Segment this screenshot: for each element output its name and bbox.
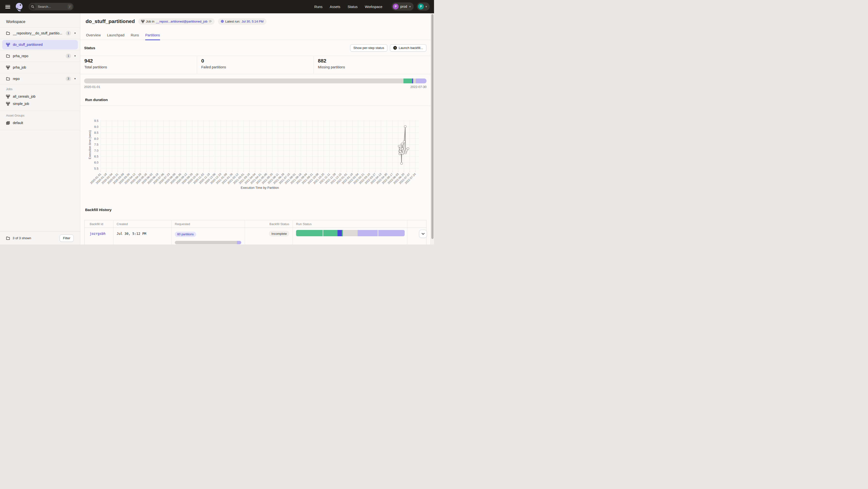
col-backfill-status: Backfill Status [245,220,293,228]
tab-launchpad[interactable]: Launchpad [107,30,124,40]
chart-gridlines [101,120,419,172]
job-origin-prefix: Job in [146,20,154,23]
repo-label: repo [13,77,66,81]
tab-runs[interactable]: Runs [131,30,139,40]
deployment-switcher[interactable]: P prod ▼ [392,2,414,11]
sidebar-job-all-cereals-job[interactable]: all_cereals_job [0,93,80,100]
run-status-segment [323,230,338,236]
chart-data-point[interactable] [398,145,400,147]
run-status-bar[interactable] [296,230,405,236]
row-expand-button[interactable] [419,230,427,238]
jobs-group-label: Jobs [6,88,80,91]
chart-y-axis-title: Execution time (secs) [88,130,92,159]
stat-label: Total partitions [84,65,197,69]
dagster-app: Search... / Runs Assets Status Workspace… [0,0,434,244]
chart-line [399,127,408,163]
asset-groups-label: Asset Groups [6,114,80,117]
topnav-links: Runs Assets Status Workspace [314,0,382,13]
nav-assets[interactable]: Assets [330,5,340,9]
latest-run-link[interactable]: Jul 30, 5:14 PM [242,20,264,23]
asset-group-icon [6,121,10,125]
sidebar-job-prha-job[interactable]: prha_job [0,62,80,73]
chart-data-point[interactable] [407,148,409,150]
caret-down-icon[interactable]: ▼ [74,77,76,80]
dagster-logo-icon[interactable] [14,2,24,11]
chevron-down-icon: ▼ [425,5,428,8]
backfill-status-badge: Incomplete [269,231,289,236]
deployment-label: prod [400,5,407,8]
scrollbar-thumb[interactable] [431,14,434,239]
repo-count-badge: 1 [66,54,71,58]
backfill-created-cell: Jul 30, 5:12 PM [113,228,172,244]
sidebar-asset-groups: Asset Groups default [0,111,80,130]
partition-range-labels: 2020-01-01 2022-07-30 [84,85,427,89]
backfill-status-cell: Incomplete [245,228,293,244]
backfill-history-table: Backfill Id Created Requested Backfill S… [84,220,427,244]
hamburger-menu-icon[interactable] [5,5,10,8]
user-menu[interactable]: P ▼ [417,2,430,11]
sidebar-repo-prha-repo[interactable]: prha_repo 1 ▼ [0,50,80,62]
sidebar-jobs-group: Jobs all_cereals_job simple_job [0,84,80,111]
run-status-segment [338,230,342,236]
run-duration-chart[interactable]: 5.56.06.57.07.58.08.59.09.5Execution tim… [80,106,434,203]
nav-workspace[interactable]: Workspace [365,5,382,9]
sidebar-repo-repository-do-stuff[interactable]: __repository__do_stuff_partitio... 1 ▼ [0,27,80,39]
run-status-cell [293,228,407,244]
nav-runs[interactable]: Runs [314,5,322,9]
partition-range-start: 2020-01-01 [84,85,100,89]
run-status-segment [378,230,405,236]
sidebar-job-do-stuff-partitioned[interactable]: do_stuff_partitioned [2,40,78,50]
status-title: Status [84,46,95,50]
stat-missing-partitions: 882 Missing partitions [313,56,434,74]
svg-text:6.0: 6.0 [94,161,98,164]
chart-data-point[interactable] [404,126,406,128]
global-search-input[interactable]: Search... / [29,3,73,10]
job-origin-badge: Job in __reposi...artitioned@partitioned… [138,18,215,25]
folder-icon [6,54,10,58]
top-navbar: Search... / Runs Assets Status Workspace… [0,0,434,13]
partition-bar-segment [416,78,427,84]
run-status-segment [358,230,378,236]
tab-overview[interactable]: Overview [86,30,101,40]
partition-bar-segment [84,78,403,84]
partition-status-bar[interactable] [84,78,427,84]
requested-bar-segment [175,241,237,244]
caret-down-icon[interactable]: ▼ [74,32,76,34]
folder-icon [6,32,10,35]
chart-data-point[interactable] [401,143,403,145]
sidebar-title: Workspace [6,20,80,24]
nav-status[interactable]: Status [348,5,358,9]
backfill-id-cell: jozrgsbh [85,228,113,244]
page-title: do_stuff_partitioned [86,19,135,24]
chart-data-point[interactable] [401,162,403,165]
chart-x-tick-labels: 2020-01-012020-01-182020-02-042020-02-21… [90,172,416,185]
caret-down-icon[interactable]: ▼ [74,55,76,57]
stat-total-partitions: 942 Total partitions [80,56,197,74]
user-avatar: P [418,4,424,9]
chart-data-point[interactable] [403,141,405,143]
filter-button[interactable]: Filter [60,234,74,242]
reload-icon[interactable]: ⟳ [209,20,212,23]
sidebar-job-simple-job[interactable]: simple_job [0,100,80,107]
svg-text:9.0: 9.0 [94,125,98,129]
page-header: do_stuff_partitioned Job in __reposi...a… [86,16,427,27]
latest-run-badge: Latest run: Jul 30, 5:14 PM [218,18,267,25]
asset-group-label: default [13,121,23,125]
chart-markers[interactable] [398,126,409,165]
partition-stats: 942 Total partitions 0 Failed partitions… [80,56,434,74]
show-per-step-status-button[interactable]: Show per-step status [350,44,388,52]
partition-range-end: 2022-07-30 [410,85,427,89]
backfill-id-link[interactable]: jozrgsbh [90,232,105,235]
sidebar-repo-repo[interactable]: repo 3 ▼ [0,73,80,84]
sidebar-asset-group-default[interactable]: default [0,119,80,127]
job-icon [6,43,10,46]
requested-partitions-badge[interactable]: 60 partitions [175,232,196,237]
chevron-down-icon: ▼ [409,5,411,8]
repo-label: prha_repo [13,54,66,58]
job-origin-link[interactable]: __reposi...artitioned@partitioned_job [156,20,208,23]
stat-failed-partitions: 0 Failed partitions [197,56,313,74]
job-icon [6,95,10,98]
tab-partitions[interactable]: Partitions [145,30,160,40]
col-requested: Requested [172,220,245,228]
launch-backfill-button[interactable]: + Launch backfill... [390,44,427,52]
